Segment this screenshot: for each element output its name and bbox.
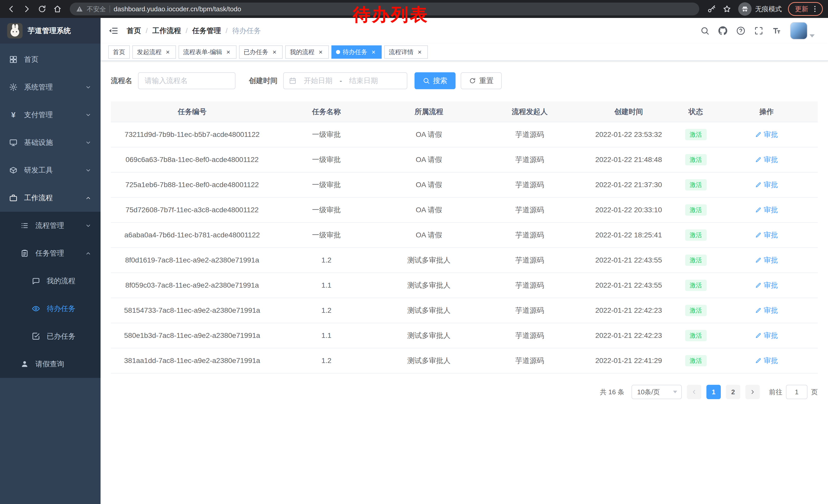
bookmark-star-button[interactable] bbox=[720, 2, 734, 16]
breadcrumb-home[interactable]: 首页 bbox=[127, 26, 141, 36]
approve-label: 审批 bbox=[763, 180, 778, 190]
tab-my-process[interactable]: 我的流程× bbox=[285, 45, 329, 59]
sidebar-item-task-mgmt[interactable]: 任务管理 bbox=[0, 239, 100, 267]
forward-button[interactable] bbox=[19, 2, 34, 16]
approve-link[interactable]: 审批 bbox=[755, 356, 778, 366]
box-icon bbox=[9, 166, 17, 174]
approve-link[interactable]: 审批 bbox=[755, 280, 778, 290]
tab-home[interactable]: 首页 bbox=[108, 45, 130, 59]
sidebar-item-done-task[interactable]: 已办任务 bbox=[0, 322, 100, 350]
sidebar-item-system[interactable]: 系统管理 bbox=[0, 73, 100, 101]
breadcrumb-task-mgmt[interactable]: 任务管理 bbox=[192, 26, 221, 36]
reset-button[interactable]: 重置 bbox=[461, 72, 502, 89]
tab-start-process[interactable]: 发起流程× bbox=[132, 45, 176, 59]
cell-task-name: 1.2 bbox=[274, 298, 379, 323]
user-menu[interactable] bbox=[790, 22, 815, 40]
page-1-button[interactable]: 1 bbox=[706, 385, 721, 399]
close-icon[interactable]: × bbox=[164, 48, 171, 56]
sidebar-item-home[interactable]: 首页 bbox=[0, 46, 100, 73]
search-icon[interactable] bbox=[700, 26, 709, 35]
end-date-input[interactable] bbox=[344, 77, 383, 85]
close-icon[interactable]: × bbox=[225, 48, 232, 56]
cell-initiator: 芋道源码 bbox=[479, 273, 581, 298]
close-icon[interactable]: × bbox=[271, 48, 278, 56]
table-row: 8f059c03-7ac8-11ec-a9e2-a2380e71991a 1.1… bbox=[111, 273, 818, 298]
approve-link[interactable]: 审批 bbox=[755, 230, 778, 240]
browser-menu-icon[interactable] bbox=[811, 5, 819, 13]
cell-status: 激活 bbox=[676, 122, 715, 147]
cell-task-id: 58154733-7ac8-11ec-a9e2-a2380e71991a bbox=[111, 298, 274, 323]
approve-link[interactable]: 审批 bbox=[755, 331, 778, 340]
cell-status: 激活 bbox=[676, 147, 715, 172]
sidebar-item-todo-task[interactable]: 待办任务 bbox=[0, 295, 100, 322]
approve-link[interactable]: 审批 bbox=[755, 306, 778, 315]
approve-link[interactable]: 审批 bbox=[755, 130, 778, 139]
reset-button-label: 重置 bbox=[479, 76, 494, 86]
chevron-left-icon bbox=[691, 388, 697, 395]
approve-label: 审批 bbox=[763, 356, 778, 366]
sidebar-item-workflow[interactable]: 工作流程 bbox=[0, 184, 100, 212]
sidebar-item-devtools[interactable]: 研发工具 bbox=[0, 156, 100, 184]
edit-icon bbox=[755, 282, 761, 289]
approve-label: 审批 bbox=[763, 280, 778, 290]
sidebar-item-label: 任务管理 bbox=[35, 248, 64, 258]
edit-icon bbox=[755, 182, 761, 188]
close-icon[interactable]: × bbox=[317, 48, 324, 56]
tab-label: 首页 bbox=[113, 48, 125, 56]
page-content: 流程名 创建时间 - 搜索 重置 bbox=[100, 61, 828, 504]
start-date-input[interactable] bbox=[299, 77, 338, 85]
approve-link[interactable]: 审批 bbox=[755, 205, 778, 215]
page-2-button[interactable]: 2 bbox=[726, 385, 740, 399]
approve-label: 审批 bbox=[763, 255, 778, 265]
tab-todo-tasks[interactable]: 待办任务× bbox=[331, 45, 382, 59]
help-icon[interactable] bbox=[736, 26, 745, 35]
sidebar-item-infra[interactable]: 基础设施 bbox=[0, 129, 100, 156]
search-icon bbox=[423, 77, 430, 84]
approve-link[interactable]: 审批 bbox=[755, 180, 778, 190]
refresh-button[interactable] bbox=[35, 2, 49, 16]
monitor-icon bbox=[9, 138, 17, 147]
security-warning-icon[interactable] bbox=[76, 5, 83, 12]
approve-label: 审批 bbox=[763, 331, 778, 340]
approve-link[interactable]: 审批 bbox=[755, 255, 778, 265]
table-row: 73211d9d-7b9b-11ec-b5b7-acde48001122 一级审… bbox=[111, 122, 818, 147]
tab-process-detail[interactable]: 流程详情× bbox=[384, 45, 428, 59]
breadcrumb-separator: / bbox=[226, 27, 228, 35]
cell-status: 激活 bbox=[676, 273, 715, 298]
sidebar-collapse-button[interactable] bbox=[108, 26, 119, 36]
cell-process: 测试多审批人 bbox=[379, 273, 479, 298]
tab-done-tasks[interactable]: 已办任务× bbox=[239, 45, 283, 59]
cell-initiator: 芋道源码 bbox=[479, 248, 581, 273]
tab-process-form-edit[interactable]: 流程表单-编辑× bbox=[178, 45, 237, 59]
caret-down-icon bbox=[810, 34, 815, 37]
github-icon[interactable] bbox=[718, 26, 728, 35]
fullscreen-icon[interactable] bbox=[754, 26, 763, 35]
cell-task-name: 一级审批 bbox=[274, 223, 379, 248]
update-button[interactable]: 更新 bbox=[788, 2, 823, 16]
sidebar-item-my-process[interactable]: 我的流程 bbox=[0, 267, 100, 295]
sidebar-item-leave-query[interactable]: 请假查询 bbox=[0, 350, 100, 378]
breadcrumb-workflow[interactable]: 工作流程 bbox=[152, 26, 181, 36]
table-row: 580e1b3d-7ac8-11ec-a9e2-a2380e71991a 1.1… bbox=[111, 323, 818, 348]
date-range-picker[interactable]: - bbox=[283, 72, 407, 89]
sidebar-item-payment[interactable]: ¥ 支付管理 bbox=[0, 101, 100, 129]
close-icon[interactable]: × bbox=[370, 48, 377, 56]
app-logo[interactable]: 芋道管理系统 bbox=[0, 18, 100, 44]
goto-page-input[interactable] bbox=[786, 385, 808, 399]
address-bar[interactable]: 不安全 dashboard.yudao.iocoder.cn/bpm/task/… bbox=[70, 3, 699, 15]
home-button[interactable] bbox=[50, 2, 65, 16]
approve-link[interactable]: 审批 bbox=[755, 155, 778, 165]
close-icon[interactable]: × bbox=[416, 48, 423, 56]
password-key-icon[interactable] bbox=[704, 2, 719, 16]
chevron-down-icon bbox=[85, 112, 91, 118]
back-button[interactable] bbox=[4, 2, 18, 16]
process-name-input[interactable] bbox=[138, 72, 236, 89]
breadcrumb-separator: / bbox=[146, 27, 148, 35]
prev-page-button[interactable] bbox=[687, 385, 701, 399]
font-size-icon[interactable] bbox=[772, 26, 781, 35]
sidebar-item-process-mgmt[interactable]: 流程管理 bbox=[0, 212, 100, 239]
search-button[interactable]: 搜索 bbox=[415, 72, 456, 89]
next-page-button[interactable] bbox=[745, 385, 760, 399]
avatar[interactable] bbox=[790, 22, 808, 40]
page-size-select[interactable]: 10条/页 bbox=[631, 385, 682, 399]
